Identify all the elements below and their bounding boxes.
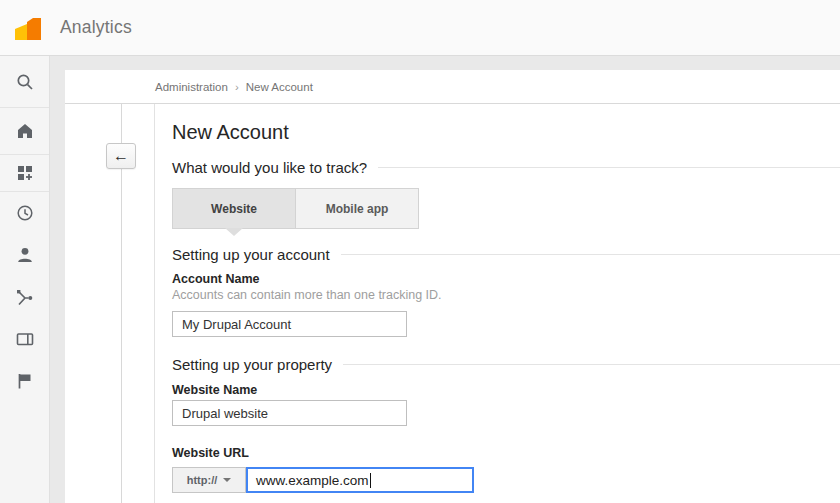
conversions-flag-icon [15,371,35,391]
audience-person-icon [15,245,35,265]
new-account-form: New Account What would you like to track… [155,104,840,503]
chevron-down-icon [223,478,231,482]
content-card: Administration › New Account ← New Accou… [65,70,840,503]
account-name-label: Account Name [172,272,840,286]
sidebar-item-customization[interactable] [0,155,49,192]
website-url-label: Website URL [172,446,840,460]
website-name-label: Website Name [172,383,840,397]
page-title: New Account [172,121,840,144]
nav-sidebar [0,56,50,503]
track-type-tabs: Website Mobile app [172,188,419,229]
sidebar-item-acquisition[interactable] [0,276,49,318]
protocol-value: http:// [187,474,218,486]
account-name-help-text: Accounts can contain more than one track… [172,288,840,302]
track-section-header: What would you like to track? [172,159,840,176]
protocol-dropdown[interactable]: http:// [172,467,246,493]
search-icon [15,72,35,92]
account-section-header: Setting up your account [172,246,840,263]
app-header: Analytics [0,0,840,56]
app-title: Analytics [60,17,132,38]
tab-website[interactable]: Website [173,189,295,228]
website-name-input[interactable] [172,400,407,426]
breadcrumb-administration[interactable]: Administration [155,81,228,93]
analytics-logo-icon [13,16,43,40]
back-button[interactable]: ← [106,143,136,169]
behavior-window-icon [15,329,35,349]
property-section-header: Setting up your property [172,356,840,373]
account-name-input[interactable] [172,311,407,337]
website-url-input[interactable]: www.example.com [246,467,474,493]
tab-mobile-app[interactable]: Mobile app [295,189,418,228]
breadcrumb-separator: › [235,81,239,93]
sidebar-item-realtime[interactable] [0,192,49,234]
sidebar-item-search[interactable] [0,56,49,108]
sidebar-item-conversions[interactable] [0,360,49,402]
acquisition-icon [15,287,35,307]
left-rail: ← [65,104,155,503]
text-cursor [370,473,371,488]
realtime-clock-icon [15,203,35,223]
home-icon [15,121,35,141]
section-divider-line [341,254,840,255]
section-divider-line [378,167,840,168]
sidebar-item-audience[interactable] [0,234,49,276]
analytics-new-account-screen: Analytics [0,0,840,503]
section-divider-line [343,364,840,365]
track-question-label: What would you like to track? [172,159,367,176]
property-section-label: Setting up your property [172,356,332,373]
breadcrumb-new-account: New Account [246,81,313,93]
sidebar-item-home[interactable] [0,108,49,155]
sidebar-item-behavior[interactable] [0,318,49,360]
selected-tab-pointer [225,228,243,236]
website-url-value: www.example.com [256,473,369,488]
customization-icon [15,163,35,183]
card-body: ← New Account What would you like to tra… [65,104,840,503]
website-url-row: http:// www.example.com [172,467,840,493]
account-section-label: Setting up your account [172,246,330,263]
breadcrumb: Administration › New Account [65,70,840,104]
